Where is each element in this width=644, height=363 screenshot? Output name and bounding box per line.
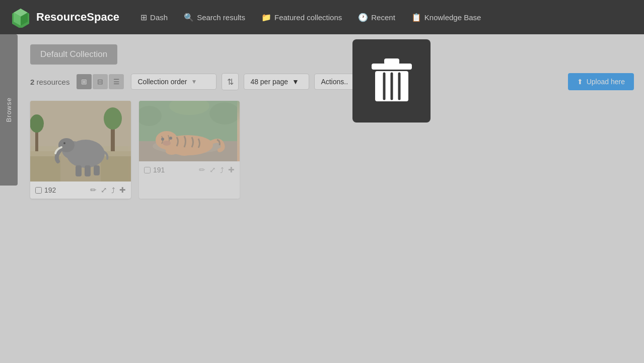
resource-image-191 bbox=[139, 101, 240, 161]
logo-text: ResourceSpace bbox=[36, 11, 119, 24]
sort-icon: ⇅ bbox=[227, 77, 234, 87]
svg-point-18 bbox=[63, 142, 65, 144]
resource-actions-192: ✏ ⤢ ⤴ ✚ bbox=[90, 186, 126, 195]
svg-point-30 bbox=[166, 148, 178, 155]
svg-point-28 bbox=[169, 137, 172, 140]
search-icon: 🔍 bbox=[184, 13, 194, 22]
resources-count: 2 resources bbox=[30, 78, 69, 86]
main-content: Default Collection 2 resources ⊞ ⊟ ☰ Col… bbox=[18, 34, 644, 209]
svg-rect-33 bbox=[384, 58, 399, 65]
nav-items: ⊞ Dash 🔍 Search results 📁 Featured colle… bbox=[133, 9, 634, 26]
view-icons: ⊞ ⊟ ☰ bbox=[77, 74, 124, 89]
sort-direction-button[interactable]: ⇅ bbox=[222, 73, 239, 90]
expand-icon-191[interactable]: ⤢ bbox=[209, 165, 216, 174]
resource-card-191: 191 ✏ ⤢ ⤴ ✚ bbox=[139, 101, 240, 199]
edit-icon-191[interactable]: ✏ bbox=[199, 165, 205, 174]
svg-rect-17 bbox=[94, 165, 100, 175]
upload-icon: ⬆ bbox=[577, 78, 583, 86]
navbar: ResourceSpace ⊞ Dash 🔍 Search results 📁 … bbox=[0, 0, 644, 34]
resource-checkbox-label-191[interactable]: 191 bbox=[144, 166, 165, 174]
share-icon-192[interactable]: ⤴ bbox=[111, 186, 115, 195]
trash-icon bbox=[369, 56, 414, 106]
nav-item-dash[interactable]: ⊞ Dash bbox=[133, 9, 175, 26]
resource-checkbox-192[interactable] bbox=[35, 187, 42, 194]
clock-icon: 🕐 bbox=[358, 13, 368, 22]
upload-here-button[interactable]: ⬆ Upload here bbox=[568, 73, 634, 90]
add-icon-192[interactable]: ✚ bbox=[119, 186, 126, 195]
nav-item-search-results[interactable]: 🔍 Search results bbox=[177, 9, 252, 26]
svg-rect-16 bbox=[85, 165, 91, 176]
svg-point-31 bbox=[177, 150, 191, 156]
collection-order-dropdown[interactable]: Collection order ▼ bbox=[131, 74, 217, 90]
resource-footer-192: 192 ✏ ⤢ ⤴ ✚ bbox=[30, 182, 131, 199]
add-icon-191[interactable]: ✚ bbox=[228, 165, 235, 174]
resource-grid: 192 ✏ ⤢ ⤴ ✚ bbox=[30, 101, 634, 199]
resource-checkbox-label-192[interactable]: 192 bbox=[35, 186, 56, 194]
grid-small-view-button[interactable]: ⊟ bbox=[93, 74, 108, 89]
browse-label: Browse bbox=[5, 97, 13, 122]
collection-title-button[interactable]: Default Collection bbox=[30, 44, 117, 65]
chevron-down-icon-2: ▼ bbox=[292, 78, 299, 86]
list-view-button[interactable]: ☰ bbox=[109, 74, 124, 89]
trash-modal[interactable] bbox=[352, 39, 431, 123]
resource-id-192: 192 bbox=[44, 186, 56, 194]
svg-point-26 bbox=[156, 131, 178, 149]
nav-item-recent[interactable]: 🕐 Recent bbox=[351, 9, 402, 26]
svg-rect-15 bbox=[76, 165, 82, 176]
nav-item-featured-collections[interactable]: 📁 Featured collections bbox=[254, 9, 349, 26]
svg-point-11 bbox=[30, 114, 44, 133]
folder-icon: 📁 bbox=[261, 13, 271, 22]
expand-icon-192[interactable]: ⤢ bbox=[101, 186, 107, 195]
book-icon: 📋 bbox=[411, 13, 421, 22]
resource-actions-191: ✏ ⤢ ⤴ ✚ bbox=[199, 165, 235, 174]
share-icon-191[interactable]: ⤴ bbox=[220, 166, 224, 174]
nav-item-knowledge-base[interactable]: 📋 Knowledge Base bbox=[404, 9, 488, 26]
resource-image-192 bbox=[30, 101, 131, 182]
resource-footer-191: 191 ✏ ⤢ ⤴ ✚ bbox=[139, 161, 240, 178]
chevron-down-icon: ▼ bbox=[191, 78, 197, 85]
edit-icon-192[interactable]: ✏ bbox=[90, 186, 97, 195]
resource-checkbox-191[interactable] bbox=[144, 167, 151, 173]
per-page-dropdown[interactable]: 48 per page ▼ bbox=[244, 74, 309, 90]
browse-sidebar[interactable]: Browse bbox=[0, 34, 18, 186]
svg-point-29 bbox=[163, 141, 171, 146]
logo-icon bbox=[10, 7, 31, 28]
resource-card-192: 192 ✏ ⤢ ⤴ ✚ bbox=[30, 101, 131, 199]
resource-id-191: 191 bbox=[153, 166, 165, 174]
svg-point-9 bbox=[104, 107, 122, 130]
logo[interactable]: ResourceSpace bbox=[10, 7, 119, 28]
toolbar: 2 resources ⊞ ⊟ ☰ Collection order ▼ ⇅ 4… bbox=[30, 73, 634, 91]
grid-view-button[interactable]: ⊞ bbox=[77, 74, 92, 89]
grid-icon: ⊞ bbox=[140, 13, 147, 22]
svg-point-27 bbox=[161, 138, 164, 141]
